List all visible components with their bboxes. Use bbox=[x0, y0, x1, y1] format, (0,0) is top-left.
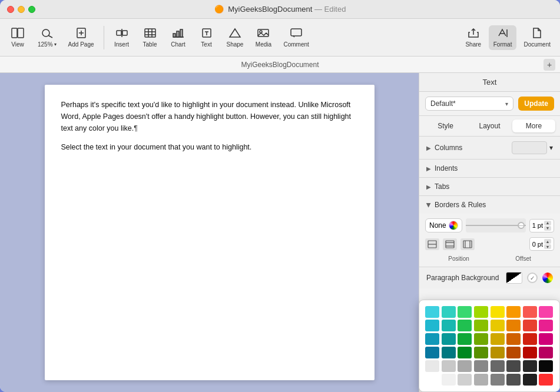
color-cell[interactable] bbox=[442, 320, 456, 331]
borders-section-header[interactable]: ▶ Borders & Rules bbox=[419, 196, 560, 214]
tab-layout[interactable]: Layout bbox=[468, 119, 511, 132]
color-cell[interactable] bbox=[523, 306, 537, 318]
position-icon-1[interactable] bbox=[425, 238, 439, 250]
paragraph-background-swatch[interactable] bbox=[506, 272, 522, 284]
color-cell[interactable] bbox=[442, 347, 456, 358]
color-cell[interactable] bbox=[458, 306, 472, 318]
toolbar-divider1 bbox=[104, 26, 104, 49]
color-cell[interactable] bbox=[491, 360, 505, 372]
color-cell[interactable] bbox=[523, 374, 537, 386]
color-cell[interactable] bbox=[539, 320, 553, 331]
color-cell[interactable] bbox=[491, 347, 505, 358]
offset-stepper[interactable]: ▲ ▼ bbox=[544, 239, 551, 249]
tab-more[interactable]: More bbox=[512, 119, 555, 132]
position-icon-2[interactable] bbox=[443, 238, 457, 250]
checkmark-icon: ✓ bbox=[530, 275, 535, 281]
color-cell[interactable] bbox=[458, 347, 472, 358]
color-cell[interactable] bbox=[506, 306, 521, 318]
maximize-button[interactable] bbox=[28, 6, 35, 13]
toolbar-text[interactable]: Text bbox=[194, 25, 220, 50]
color-cell[interactable] bbox=[425, 320, 439, 331]
insert-icon bbox=[115, 28, 128, 40]
color-cell[interactable] bbox=[458, 374, 472, 386]
color-cell[interactable] bbox=[523, 333, 537, 345]
toolbar-document[interactable]: Document bbox=[519, 25, 555, 50]
color-cell[interactable] bbox=[474, 347, 488, 358]
toolbar-zoom[interactable]: 125% ▾ bbox=[33, 25, 61, 50]
toolbar-shape[interactable]: Shape bbox=[222, 25, 248, 50]
color-cell[interactable] bbox=[425, 360, 439, 372]
stepper-down[interactable]: ▼ bbox=[544, 226, 551, 231]
color-cell[interactable] bbox=[539, 374, 553, 386]
color-cell[interactable] bbox=[474, 333, 488, 345]
color-cell[interactable] bbox=[491, 320, 505, 331]
offset-stepper-down[interactable]: ▼ bbox=[544, 244, 551, 249]
color-cell[interactable] bbox=[491, 306, 505, 318]
color-cell[interactable] bbox=[491, 333, 505, 345]
columns-section-header[interactable]: ▶ Columns ▾ bbox=[419, 137, 560, 159]
color-cell[interactable] bbox=[474, 360, 488, 372]
color-cell[interactable] bbox=[425, 374, 439, 386]
toolbar-share[interactable]: Share bbox=[460, 25, 486, 50]
tab-style[interactable]: Style bbox=[424, 119, 467, 132]
tab-title: MyiGeeksBlogDocument bbox=[241, 61, 319, 69]
close-button[interactable] bbox=[7, 6, 14, 13]
offset-stepper-up[interactable]: ▲ bbox=[544, 239, 551, 244]
color-cell[interactable] bbox=[539, 360, 553, 372]
border-type-dropdown[interactable]: None bbox=[425, 218, 462, 232]
paragraph-background-toggle[interactable]: ✓ bbox=[527, 273, 538, 283]
chevron-right-icon-2: ▶ bbox=[426, 165, 431, 172]
color-cell[interactable] bbox=[506, 360, 521, 372]
color-cell[interactable] bbox=[458, 333, 472, 345]
add-tab-button[interactable]: + bbox=[544, 59, 555, 71]
toolbar-format[interactable]: Format bbox=[489, 25, 517, 50]
stepper-up[interactable]: ▲ bbox=[544, 221, 551, 225]
color-cell[interactable] bbox=[523, 360, 537, 372]
toolbar-add-page[interactable]: Add Page bbox=[64, 25, 99, 50]
border-pt-stepper[interactable]: ▲ ▼ bbox=[544, 221, 551, 231]
color-cell[interactable] bbox=[539, 347, 553, 358]
color-cell[interactable] bbox=[458, 320, 472, 331]
style-dropdown[interactable]: Default* ▾ bbox=[425, 97, 513, 111]
color-cell[interactable] bbox=[539, 306, 553, 318]
share-icon bbox=[467, 28, 480, 40]
color-cell[interactable] bbox=[474, 320, 488, 331]
color-cell[interactable] bbox=[425, 347, 439, 358]
update-button[interactable]: Update bbox=[518, 97, 554, 111]
columns-label: Columns bbox=[435, 144, 462, 152]
indents-section-header[interactable]: ▶ Indents bbox=[419, 160, 560, 177]
color-cell[interactable] bbox=[425, 333, 439, 345]
toolbar-table[interactable]: Table bbox=[137, 25, 163, 50]
color-cell[interactable] bbox=[474, 306, 488, 318]
color-cell[interactable] bbox=[458, 360, 472, 372]
tabs-section-header[interactable]: ▶ Tabs bbox=[419, 178, 560, 195]
color-cell[interactable] bbox=[506, 347, 521, 358]
color-cell[interactable] bbox=[442, 306, 456, 318]
toolbar-media[interactable]: Media bbox=[250, 25, 276, 50]
toolbar-view[interactable]: View bbox=[5, 25, 31, 50]
media-icon bbox=[257, 28, 270, 40]
toolbar-chart[interactable]: Chart bbox=[165, 25, 191, 50]
toolbar-insert[interactable]: Insert bbox=[109, 25, 135, 50]
color-cell[interactable] bbox=[506, 320, 521, 331]
position-icon-3[interactable] bbox=[460, 238, 475, 250]
toolbar-comment[interactable]: Comment bbox=[279, 25, 313, 50]
color-cell[interactable] bbox=[491, 374, 505, 386]
chevron-down-icon-borders: ▶ bbox=[426, 202, 432, 207]
main-area: Perhaps it's specific text you'd like to… bbox=[0, 73, 560, 392]
color-cell[interactable] bbox=[506, 374, 521, 386]
color-cell[interactable] bbox=[523, 347, 537, 358]
color-cell[interactable] bbox=[442, 360, 456, 372]
format-icon bbox=[496, 28, 509, 40]
minimize-button[interactable] bbox=[18, 6, 25, 13]
color-cell[interactable] bbox=[523, 320, 537, 331]
paragraph-background-color-picker[interactable] bbox=[542, 273, 553, 283]
color-cell[interactable] bbox=[442, 333, 456, 345]
columns-control[interactable] bbox=[512, 141, 547, 154]
comment-icon bbox=[290, 28, 303, 40]
color-cell[interactable] bbox=[425, 306, 439, 318]
color-cell[interactable] bbox=[539, 333, 553, 345]
color-cell[interactable] bbox=[474, 374, 488, 386]
color-cell[interactable] bbox=[442, 374, 456, 386]
color-cell[interactable] bbox=[506, 333, 521, 345]
